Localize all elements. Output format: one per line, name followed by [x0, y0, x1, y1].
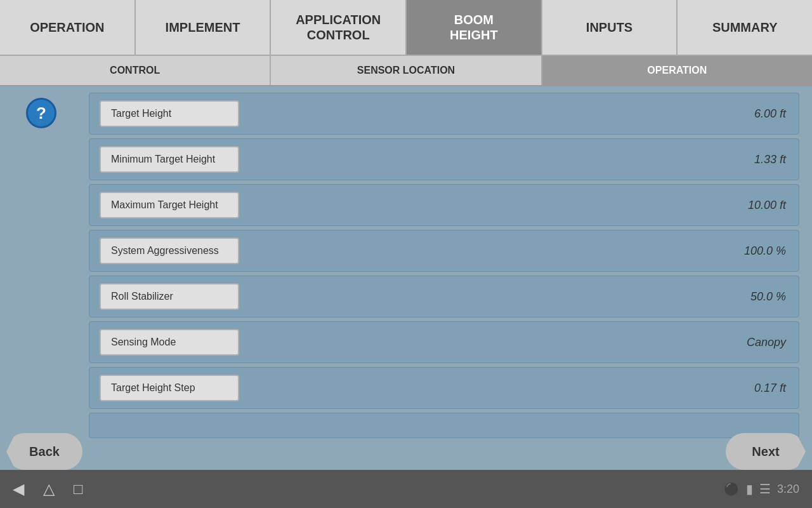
target-height-step-value: 0.17 ft: [754, 382, 786, 395]
tab-boom-height[interactable]: BOOM HEIGHT: [407, 0, 542, 55]
signal-icon: ⚫: [724, 481, 740, 497]
recents-nav-icon[interactable]: □: [74, 480, 83, 498]
back-nav-icon[interactable]: ◀: [13, 480, 24, 498]
status-bar: ⚫ ▮ ☰ 3:20: [724, 481, 799, 497]
back-button[interactable]: Back: [6, 433, 82, 470]
target-height-button[interactable]: Target Height: [100, 100, 239, 127]
next-button[interactable]: Next: [726, 433, 806, 470]
tab-summary[interactable]: SUMMARY: [678, 0, 812, 55]
sensing-mode-button[interactable]: Sensing Mode: [100, 329, 239, 356]
tab-application-control[interactable]: APPLICATION CONTROL: [271, 0, 407, 55]
main-content: ? Target Height 6.00 ft Minimum Target H…: [0, 86, 812, 470]
menu-icon: ☰: [759, 481, 771, 497]
minimum-target-height-button[interactable]: Minimum Target Height: [100, 146, 239, 173]
setting-row-target-height-step: Target Height Step 0.17 ft: [89, 367, 799, 409]
partial-row: [89, 413, 799, 438]
nav-icons: ◀ △ □: [13, 480, 83, 498]
sub-tabs: CONTROL SENSOR LOCATION OPERATION: [0, 56, 812, 86]
setting-row-maximum-target-height: Maximum Target Height 10.00 ft: [89, 184, 799, 226]
setting-row-target-height: Target Height 6.00 ft: [89, 93, 799, 135]
target-height-step-button[interactable]: Target Height Step: [100, 375, 239, 401]
maximum-target-height-value: 10.00 ft: [748, 199, 786, 212]
setting-row-sensing-mode: Sensing Mode Canopy: [89, 321, 799, 363]
subtab-sensor-location[interactable]: SENSOR LOCATION: [271, 56, 542, 85]
system-aggressiveness-value: 100.0 %: [744, 244, 786, 258]
setting-row-system-aggressiveness: System Aggressiveness 100.0 %: [89, 230, 799, 272]
maximum-target-height-button[interactable]: Maximum Target Height: [100, 192, 239, 218]
setting-row-roll-stabilizer: Roll Stabilizer 50.0 %: [89, 276, 799, 318]
subtab-operation[interactable]: OPERATION: [542, 56, 812, 85]
home-nav-icon[interactable]: △: [43, 480, 55, 498]
settings-list: Target Height 6.00 ft Minimum Target Hei…: [82, 86, 812, 470]
help-button[interactable]: ?: [26, 98, 56, 128]
setting-row-minimum-target-height: Minimum Target Height 1.33 ft: [89, 138, 799, 180]
battery-icon: ▮: [746, 481, 753, 497]
system-aggressiveness-button[interactable]: System Aggressiveness: [100, 237, 239, 264]
top-tabs: OPERATION IMPLEMENT APPLICATION CONTROL …: [0, 0, 812, 56]
roll-stabilizer-button[interactable]: Roll Stabilizer: [100, 283, 239, 310]
tab-inputs[interactable]: INPUTS: [542, 0, 678, 55]
subtab-control[interactable]: CONTROL: [0, 56, 271, 85]
bottom-nav: ◀ △ □ ⚫ ▮ ☰ 3:20: [0, 470, 812, 508]
tab-operation[interactable]: OPERATION: [0, 0, 136, 55]
tab-implement[interactable]: IMPLEMENT: [136, 0, 272, 55]
sensing-mode-value: Canopy: [747, 336, 786, 349]
target-height-value: 6.00 ft: [754, 107, 786, 121]
left-sidebar: ?: [0, 86, 82, 470]
time-display: 3:20: [777, 483, 799, 496]
minimum-target-height-value: 1.33 ft: [754, 153, 786, 166]
roll-stabilizer-value: 50.0 %: [750, 290, 786, 304]
